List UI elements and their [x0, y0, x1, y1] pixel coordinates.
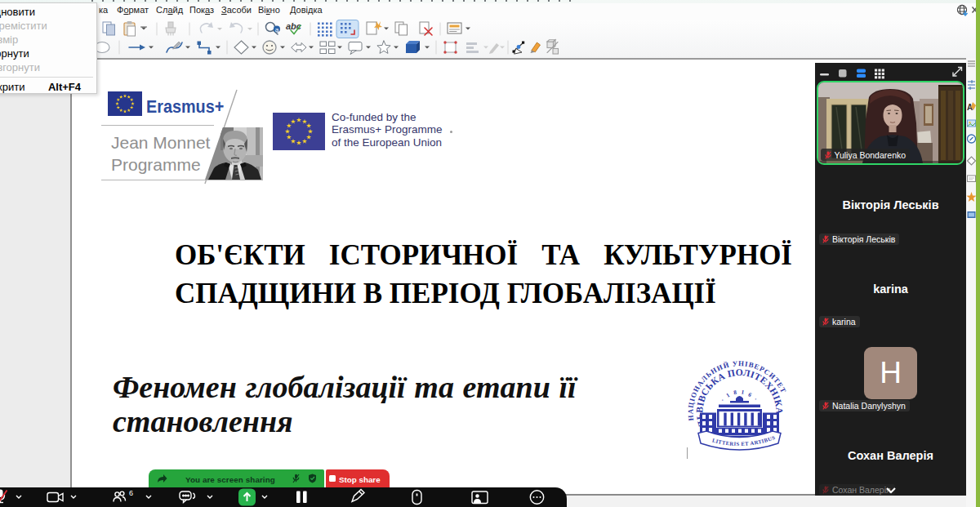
svg-text:6: 6: [129, 489, 133, 497]
svg-text:a: a: [275, 26, 279, 33]
svg-text:abc: abc: [286, 21, 301, 31]
